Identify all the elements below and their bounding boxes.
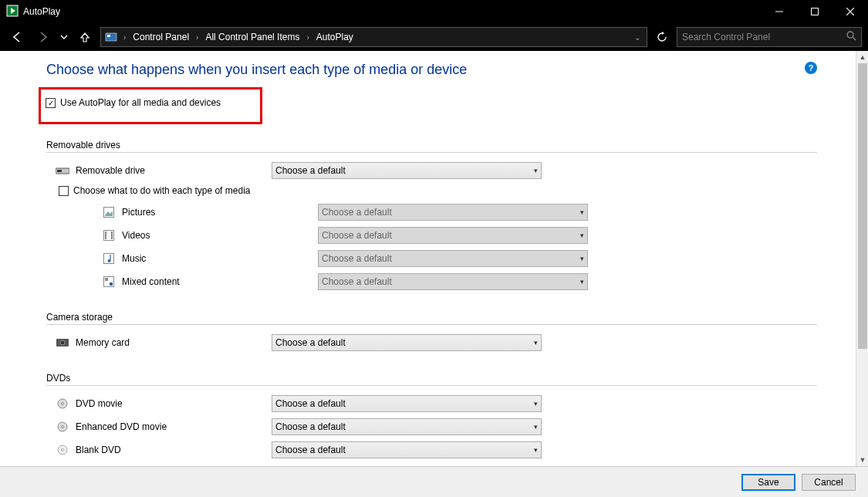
highlighted-option: ✓ Use AutoPlay for all media and devices [39,87,262,124]
dvd-icon [56,420,69,434]
choose-per-media-label: Choose what to do with each type of medi… [73,185,250,196]
use-autoplay-label: Use AutoPlay for all media and devices [60,97,221,108]
svg-line-10 [853,37,856,40]
svg-rect-7 [107,35,110,37]
svg-point-30 [62,449,64,451]
help-icon[interactable]: ? [805,62,817,74]
breadcrumb[interactable]: › Control Panel › All Control Panel Item… [100,27,647,47]
blank-dvd-combo[interactable]: Choose a default ▾ [272,441,542,458]
svg-point-9 [847,32,853,38]
mixed-content-combo[interactable]: Choose a default ▾ [318,273,588,290]
scroll-up-icon[interactable]: ▲ [856,51,868,63]
pictures-combo[interactable]: Choose a default ▾ [318,204,588,221]
choose-per-media-checkbox[interactable] [59,186,69,196]
search-box[interactable] [677,27,862,47]
forward-button[interactable] [32,26,54,48]
chevron-down-icon: ▾ [580,255,584,262]
chevron-down-icon: ▾ [580,232,584,239]
section-title-camera: Camera storage [46,312,817,323]
svg-point-26 [62,403,64,405]
removable-drive-label: Removable drive [76,165,145,176]
vertical-scrollbar[interactable]: ▲ ▼ [856,51,868,466]
chevron-down-icon: ▾ [580,208,584,216]
chevron-down-icon: ▾ [534,339,538,347]
svg-rect-17 [111,232,113,239]
videos-combo[interactable]: Choose a default ▾ [318,227,588,244]
content-area: Choose what happens when you insert each… [0,51,856,466]
section-title-removable: Removable drives [46,140,817,150]
titlebar: AutoPlay [0,0,868,23]
search-icon [846,31,856,43]
recent-dropdown[interactable] [59,26,69,48]
cancel-button[interactable]: Cancel [802,474,856,491]
chevron-down-icon: ▾ [534,446,538,454]
memory-card-icon [56,336,69,350]
up-button[interactable] [74,26,96,48]
breadcrumb-item[interactable]: Control Panel [131,32,191,42]
window-title: AutoPlay [23,6,60,17]
music-icon [102,252,116,265]
svg-rect-16 [105,232,106,239]
chevron-right-icon: › [121,33,128,42]
drive-icon [56,164,69,178]
media-type-label: Videos [122,230,150,241]
chevron-down-icon: ▾ [580,278,584,286]
memory-card-label: Memory card [76,337,130,348]
page-heading: Choose what happens when you insert each… [46,62,467,78]
svg-rect-12 [57,170,62,172]
divider [46,385,817,386]
breadcrumb-item[interactable]: AutoPlay [315,32,355,42]
back-button[interactable] [6,26,28,48]
enhanced-dvd-label: Enhanced DVD movie [76,421,167,432]
footer-bar: Save Cancel [0,466,868,497]
save-button[interactable]: Save [741,474,795,491]
mixed-content-icon [102,275,116,289]
chevron-down-icon: ▾ [534,423,538,431]
refresh-button[interactable] [652,27,672,47]
scroll-thumb[interactable] [858,63,867,349]
media-type-label: Music [122,253,146,264]
minimize-button[interactable] [762,0,797,23]
enhanced-dvd-combo[interactable]: Choose a default ▾ [272,418,542,435]
svg-point-28 [62,426,64,428]
chevron-down-icon: ▾ [534,167,538,174]
memory-card-combo[interactable]: Choose a default ▾ [272,334,542,351]
breadcrumb-item[interactable]: All Control Panel Items [204,32,301,42]
section-title-dvds: DVDs [46,373,817,384]
dvd-movie-label: DVD movie [76,398,123,409]
dvd-icon [56,397,69,411]
chevron-down-icon[interactable]: ⌄ [631,33,643,42]
scroll-down-icon[interactable]: ▼ [856,454,868,466]
dvd-movie-combo[interactable]: Choose a default ▾ [272,395,542,412]
use-autoplay-checkbox[interactable]: ✓ [46,98,56,108]
dvd-icon [56,443,69,457]
svg-rect-22 [110,282,113,286]
svg-point-24 [60,340,65,345]
svg-rect-3 [812,8,819,15]
svg-marker-8 [662,32,664,35]
removable-drive-combo[interactable]: Choose a default ▾ [272,162,542,179]
close-button[interactable] [833,0,868,23]
blank-dvd-label: Blank DVD [76,445,121,455]
svg-point-19 [108,259,111,262]
chevron-right-icon: › [194,33,201,42]
media-type-label: Mixed content [122,276,180,287]
chevron-down-icon: ▾ [534,400,538,407]
music-combo[interactable]: Choose a default ▾ [318,250,588,267]
search-input[interactable] [682,32,846,42]
maximize-button[interactable] [797,0,833,23]
control-panel-icon [104,30,118,44]
chevron-right-icon: › [304,33,311,42]
app-icon [6,5,19,19]
divider [46,152,817,153]
media-type-label: Pictures [122,207,155,218]
videos-icon [102,228,116,242]
divider [46,324,817,325]
svg-rect-21 [105,278,108,281]
pictures-icon [102,205,116,219]
navigation-bar: › Control Panel › All Control Panel Item… [0,23,868,51]
